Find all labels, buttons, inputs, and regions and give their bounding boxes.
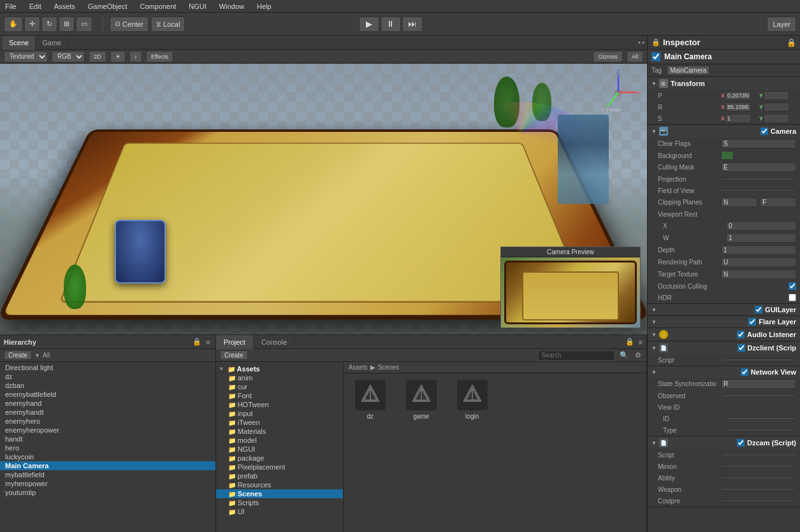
all-button[interactable]: All	[627, 51, 643, 62]
dzclient-script-value[interactable]	[721, 359, 796, 361]
dzcam-ability-value[interactable]	[721, 477, 796, 479]
object-active-checkbox[interactable]	[651, 52, 660, 61]
tab-project[interactable]: Project	[216, 335, 254, 349]
h-item-dz[interactable]: dz	[0, 372, 215, 381]
tab-scene[interactable]: Scene	[3, 36, 36, 50]
h-item-main-camera[interactable]: Main Camera	[0, 461, 215, 470]
tree-package[interactable]: 📁 package	[216, 454, 343, 463]
project-menu[interactable]: ≡	[637, 338, 644, 346]
dzclient-checkbox[interactable]	[738, 344, 745, 352]
color-mode-dropdown[interactable]: RGB	[52, 51, 85, 62]
depth-value[interactable]: 1	[721, 245, 796, 255]
project-settings-btn[interactable]: ⚙	[634, 351, 643, 359]
move-tool[interactable]: ✛	[24, 17, 40, 32]
h-item-mybattlefield[interactable]: mybattlefield	[0, 470, 215, 479]
transform-header[interactable]: ▼ ⊞ Transform	[648, 77, 800, 90]
scale-y-input[interactable]	[764, 114, 789, 123]
occlusion-checkbox[interactable]	[789, 282, 796, 290]
dzcam-checkbox[interactable]	[737, 439, 745, 447]
flarelayer-header[interactable]: ▼ Flare Layer	[648, 316, 800, 327]
tree-anim[interactable]: 📁 anim	[216, 373, 343, 382]
observed-value[interactable]	[721, 394, 796, 397]
culling-mask-value[interactable]: E	[721, 162, 796, 172]
tab-game[interactable]: Game	[36, 36, 68, 50]
menu-file[interactable]: File	[3, 3, 19, 10]
render-mode-dropdown[interactable]: Textured	[4, 51, 48, 62]
rot-x-input[interactable]	[725, 103, 751, 111]
asset-game[interactable]: game	[401, 380, 442, 420]
guilayer-checkbox[interactable]	[755, 306, 762, 313]
tree-input[interactable]: 📁 input	[216, 409, 343, 418]
h-item-handt[interactable]: handt	[0, 435, 215, 443]
audiolistener-checkbox[interactable]	[737, 331, 745, 338]
rect-tool[interactable]: ▭	[76, 17, 92, 32]
id-value[interactable]	[726, 417, 796, 420]
tree-prefab[interactable]: 📁 prefab	[216, 471, 343, 480]
scale-tool[interactable]: ⊞	[59, 17, 75, 32]
viewport-x-value[interactable]: 0	[726, 221, 796, 231]
project-create-btn[interactable]: Create	[220, 350, 248, 360]
audiolistener-header[interactable]: ▼ ♪ Audio Listener	[648, 328, 800, 341]
layers-button[interactable]: Layer	[767, 17, 796, 32]
tree-model[interactable]: 📁 model	[216, 436, 343, 445]
space-button[interactable]: ⧖ Local	[151, 17, 185, 32]
clipping-far[interactable]: F	[760, 198, 796, 207]
asset-dz[interactable]: dz	[350, 380, 391, 420]
inspector-lock-icon[interactable]: 🔒	[787, 38, 796, 47]
dzcam-minion-value[interactable]	[721, 465, 796, 468]
h-item-youturntip[interactable]: youturntip	[0, 488, 215, 497]
hierarchy-menu[interactable]: ≡	[205, 338, 211, 346]
h-item-directional-light[interactable]: Directional light	[0, 363, 215, 372]
dzcam-weapon-value[interactable]	[721, 488, 796, 491]
rendering-path-value[interactable]: U	[721, 257, 796, 267]
breadcrumb-assets[interactable]: Assets	[349, 364, 368, 371]
tag-value[interactable]: MainCamera	[667, 66, 709, 75]
hdr-checkbox[interactable]	[789, 294, 796, 301]
pos-y-input[interactable]	[764, 91, 789, 100]
pause-button[interactable]: ⏸	[381, 17, 401, 32]
scene-3d[interactable]: X Y Z ◁ Persp Camera Preview	[0, 64, 647, 334]
hand-tool[interactable]: ✋	[4, 17, 23, 32]
dzclient-header[interactable]: ▼ 📄 Dzclient (Scrip	[648, 341, 800, 354]
hierarchy-create-btn[interactable]: Create	[4, 350, 32, 360]
guilayer-header[interactable]: ▼ GUILayer	[648, 304, 800, 315]
audio-toggle[interactable]: ♪	[129, 51, 143, 62]
tree-scripts[interactable]: 📁 Scripts	[216, 498, 343, 507]
camera-active-checkbox[interactable]	[760, 127, 768, 135]
tree-ngui[interactable]: 📁 NGUI	[216, 445, 343, 454]
tree-scenes[interactable]: 📁 Scenes	[216, 489, 343, 498]
tree-ui[interactable]: 📁 UI	[216, 507, 343, 516]
h-item-luckycoin[interactable]: luckycoin	[0, 452, 215, 461]
h-item-enemyhero[interactable]: enemyhero	[0, 417, 215, 426]
dzcam-script-value[interactable]	[721, 454, 796, 456]
hierarchy-lock[interactable]: 🔒	[191, 338, 203, 346]
asset-login[interactable]: login	[452, 380, 493, 420]
camera-header[interactable]: ▼ 📷 Camera	[648, 125, 800, 138]
search-icon-btn[interactable]: 🔍	[618, 351, 630, 359]
menu-component[interactable]: Component	[137, 3, 178, 10]
viewport-w-value[interactable]: 1	[726, 233, 796, 243]
menu-gameobject[interactable]: GameObject	[85, 3, 130, 10]
tree-cur[interactable]: 📁 cur	[216, 382, 343, 391]
pos-x-input[interactable]	[725, 91, 751, 100]
scale-x-input[interactable]	[725, 114, 751, 123]
background-color-swatch[interactable]	[721, 151, 734, 160]
play-button[interactable]: ▶	[359, 17, 379, 32]
h-item-enemybattlefield[interactable]: enemybattlefield	[0, 390, 215, 399]
dzcam-costpre-value[interactable]	[721, 500, 796, 502]
project-search-input[interactable]	[538, 350, 615, 361]
state-sync-value[interactable]: R	[721, 379, 796, 389]
maximize-icon[interactable]: ▪ ▪	[638, 39, 644, 46]
lighting-toggle[interactable]: ☀	[110, 51, 126, 62]
rot-y-input[interactable]	[764, 103, 789, 111]
type-value[interactable]	[726, 429, 796, 431]
flarelayer-checkbox[interactable]	[748, 318, 756, 326]
breadcrumb-scenes[interactable]: Scenes	[378, 364, 399, 371]
2d-toggle[interactable]: 2D	[89, 51, 106, 62]
h-item-hero[interactable]: hero	[0, 443, 215, 452]
tree-hottween[interactable]: 📁 HOTween	[216, 400, 343, 409]
rotate-tool[interactable]: ↻	[41, 17, 57, 32]
tree-pixelplacement[interactable]: 📁 Pixelplacement	[216, 463, 343, 471]
gizmos-button[interactable]: Gizmos	[593, 51, 623, 62]
menu-window[interactable]: Window	[217, 3, 247, 10]
